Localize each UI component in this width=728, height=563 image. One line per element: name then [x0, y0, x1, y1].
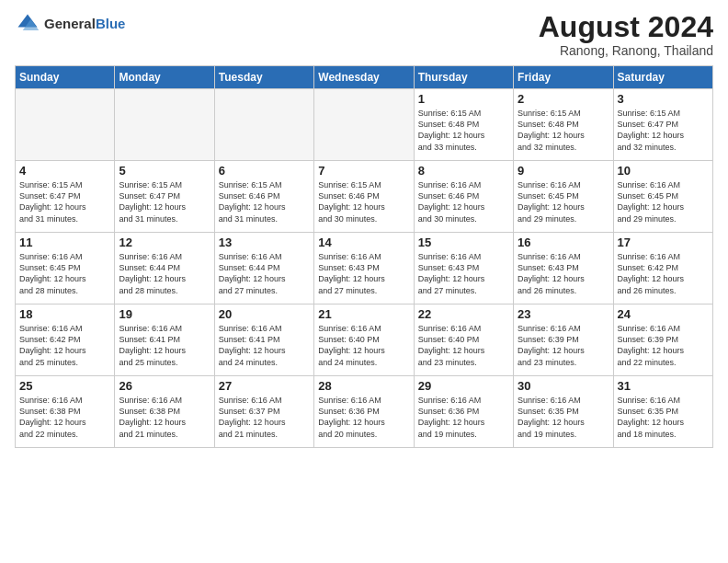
- day-info: Sunrise: 6:16 AMSunset: 6:36 PMDaylight:…: [318, 395, 409, 440]
- calendar-container: GeneralBlue August 2024 Ranong, Ranong, …: [0, 0, 728, 563]
- day-info: Sunrise: 6:16 AMSunset: 6:43 PMDaylight:…: [318, 251, 409, 296]
- day-info: Sunrise: 6:16 AMSunset: 6:46 PMDaylight:…: [418, 179, 509, 224]
- table-row: 12Sunrise: 6:16 AMSunset: 6:44 PMDayligh…: [115, 233, 214, 304]
- table-row: 24Sunrise: 6:16 AMSunset: 6:39 PMDayligh…: [613, 304, 712, 376]
- day-number: 23: [518, 307, 609, 321]
- header: GeneralBlue August 2024 Ranong, Ranong, …: [15, 11, 713, 58]
- day-info: Sunrise: 6:15 AMSunset: 6:48 PMDaylight:…: [418, 108, 509, 153]
- day-number: 17: [618, 236, 709, 249]
- table-row: [314, 89, 414, 161]
- day-info: Sunrise: 6:16 AMSunset: 6:35 PMDaylight:…: [518, 395, 609, 440]
- day-number: 9: [518, 164, 609, 178]
- table-row: 22Sunrise: 6:16 AMSunset: 6:40 PMDayligh…: [414, 304, 513, 376]
- day-number: 26: [119, 379, 210, 393]
- logo-blue: Blue: [96, 16, 126, 31]
- day-number: 12: [119, 236, 210, 249]
- table-row: [115, 89, 214, 161]
- day-info: Sunrise: 6:15 AMSunset: 6:47 PMDaylight:…: [119, 179, 210, 224]
- day-number: 4: [19, 164, 110, 178]
- day-info: Sunrise: 6:16 AMSunset: 6:40 PMDaylight:…: [418, 323, 509, 368]
- table-row: 1Sunrise: 6:15 AMSunset: 6:48 PMDaylight…: [414, 89, 513, 161]
- logo-text: GeneralBlue: [44, 17, 125, 32]
- day-number: 16: [518, 236, 609, 249]
- day-number: 29: [418, 379, 509, 393]
- calendar-week-row: 25Sunrise: 6:16 AMSunset: 6:38 PMDayligh…: [16, 376, 713, 448]
- day-number: 8: [418, 164, 509, 178]
- day-number: 5: [119, 164, 210, 178]
- col-thursday: Thursday: [414, 66, 513, 89]
- day-info: Sunrise: 6:16 AMSunset: 6:44 PMDaylight:…: [219, 251, 310, 296]
- calendar-body: 1Sunrise: 6:15 AMSunset: 6:48 PMDaylight…: [16, 89, 713, 448]
- day-info: Sunrise: 6:16 AMSunset: 6:44 PMDaylight:…: [119, 251, 210, 296]
- table-row: 29Sunrise: 6:16 AMSunset: 6:36 PMDayligh…: [414, 376, 513, 448]
- day-info: Sunrise: 6:16 AMSunset: 6:45 PMDaylight:…: [618, 179, 709, 224]
- day-info: Sunrise: 6:15 AMSunset: 6:46 PMDaylight:…: [219, 179, 310, 224]
- day-info: Sunrise: 6:16 AMSunset: 6:38 PMDaylight:…: [19, 395, 110, 440]
- table-row: 9Sunrise: 6:16 AMSunset: 6:45 PMDaylight…: [514, 161, 613, 233]
- calendar-table: Sunday Monday Tuesday Wednesday Thursday…: [15, 65, 713, 448]
- day-info: Sunrise: 6:15 AMSunset: 6:47 PMDaylight:…: [618, 108, 709, 153]
- day-info: Sunrise: 6:16 AMSunset: 6:40 PMDaylight:…: [318, 323, 409, 368]
- day-number: 24: [618, 307, 709, 321]
- table-row: 25Sunrise: 6:16 AMSunset: 6:38 PMDayligh…: [16, 376, 115, 448]
- calendar-week-row: 18Sunrise: 6:16 AMSunset: 6:42 PMDayligh…: [16, 304, 713, 376]
- day-info: Sunrise: 6:16 AMSunset: 6:38 PMDaylight:…: [119, 395, 210, 440]
- day-info: Sunrise: 6:16 AMSunset: 6:35 PMDaylight:…: [618, 395, 709, 440]
- day-number: 3: [618, 92, 709, 106]
- table-row: 7Sunrise: 6:15 AMSunset: 6:46 PMDaylight…: [314, 161, 414, 233]
- day-number: 28: [318, 379, 409, 393]
- calendar-header-row: Sunday Monday Tuesday Wednesday Thursday…: [16, 66, 713, 89]
- table-row: 21Sunrise: 6:16 AMSunset: 6:40 PMDayligh…: [314, 304, 414, 376]
- day-number: 15: [418, 236, 509, 249]
- day-info: Sunrise: 6:16 AMSunset: 6:39 PMDaylight:…: [618, 323, 709, 368]
- table-row: 28Sunrise: 6:16 AMSunset: 6:36 PMDayligh…: [314, 376, 414, 448]
- col-wednesday: Wednesday: [314, 66, 414, 89]
- day-info: Sunrise: 6:15 AMSunset: 6:47 PMDaylight:…: [19, 179, 110, 224]
- logo: GeneralBlue: [15, 11, 125, 37]
- table-row: 19Sunrise: 6:16 AMSunset: 6:41 PMDayligh…: [115, 304, 214, 376]
- day-info: Sunrise: 6:16 AMSunset: 6:36 PMDaylight:…: [418, 395, 509, 440]
- day-info: Sunrise: 6:15 AMSunset: 6:48 PMDaylight:…: [518, 108, 609, 153]
- day-info: Sunrise: 6:16 AMSunset: 6:39 PMDaylight:…: [518, 323, 609, 368]
- day-number: 10: [618, 164, 709, 178]
- day-number: 14: [318, 236, 409, 249]
- table-row: 10Sunrise: 6:16 AMSunset: 6:45 PMDayligh…: [613, 161, 712, 233]
- day-number: 20: [219, 307, 310, 321]
- title-block: August 2024 Ranong, Ranong, Thailand: [539, 11, 713, 58]
- table-row: 27Sunrise: 6:16 AMSunset: 6:37 PMDayligh…: [214, 376, 313, 448]
- table-row: [214, 89, 313, 161]
- day-number: 27: [219, 379, 310, 393]
- col-sunday: Sunday: [16, 66, 115, 89]
- calendar-week-row: 11Sunrise: 6:16 AMSunset: 6:45 PMDayligh…: [16, 233, 713, 304]
- day-number: 1: [418, 92, 509, 106]
- table-row: [16, 89, 115, 161]
- day-number: 6: [219, 164, 310, 178]
- day-number: 18: [19, 307, 110, 321]
- location: Ranong, Ranong, Thailand: [539, 43, 713, 58]
- table-row: 4Sunrise: 6:15 AMSunset: 6:47 PMDaylight…: [16, 161, 115, 233]
- day-number: 22: [418, 307, 509, 321]
- table-row: 18Sunrise: 6:16 AMSunset: 6:42 PMDayligh…: [16, 304, 115, 376]
- day-number: 2: [518, 92, 609, 106]
- day-info: Sunrise: 6:16 AMSunset: 6:43 PMDaylight:…: [418, 251, 509, 296]
- col-monday: Monday: [115, 66, 214, 89]
- day-number: 13: [219, 236, 310, 249]
- calendar-week-row: 4Sunrise: 6:15 AMSunset: 6:47 PMDaylight…: [16, 161, 713, 233]
- table-row: 20Sunrise: 6:16 AMSunset: 6:41 PMDayligh…: [214, 304, 313, 376]
- col-friday: Friday: [514, 66, 613, 89]
- day-number: 21: [318, 307, 409, 321]
- logo-general: General: [44, 16, 96, 31]
- table-row: 13Sunrise: 6:16 AMSunset: 6:44 PMDayligh…: [214, 233, 313, 304]
- col-saturday: Saturday: [613, 66, 712, 89]
- table-row: 30Sunrise: 6:16 AMSunset: 6:35 PMDayligh…: [514, 376, 613, 448]
- day-info: Sunrise: 6:15 AMSunset: 6:46 PMDaylight:…: [318, 179, 409, 224]
- day-info: Sunrise: 6:16 AMSunset: 6:41 PMDaylight:…: [119, 323, 210, 368]
- table-row: 17Sunrise: 6:16 AMSunset: 6:42 PMDayligh…: [613, 233, 712, 304]
- table-row: 14Sunrise: 6:16 AMSunset: 6:43 PMDayligh…: [314, 233, 414, 304]
- day-number: 25: [19, 379, 110, 393]
- logo-icon: [15, 11, 40, 37]
- day-info: Sunrise: 6:16 AMSunset: 6:43 PMDaylight:…: [518, 251, 609, 296]
- day-number: 7: [318, 164, 409, 178]
- table-row: 8Sunrise: 6:16 AMSunset: 6:46 PMDaylight…: [414, 161, 513, 233]
- day-info: Sunrise: 6:16 AMSunset: 6:45 PMDaylight:…: [19, 251, 110, 296]
